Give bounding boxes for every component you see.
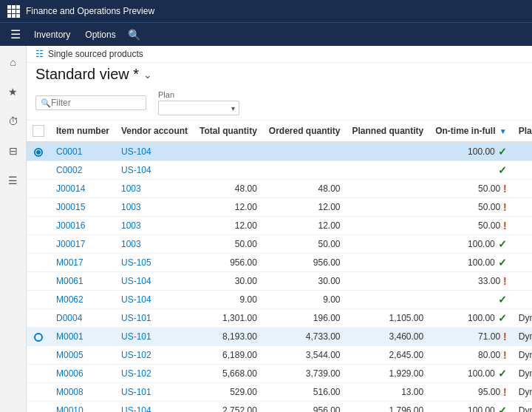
cell-plan: DynPlan [513, 328, 532, 346]
cell-item-number[interactable]: C0001 [50, 142, 115, 161]
cell-ordered-quantity: 12.00 [263, 217, 347, 235]
sidebar-clock-icon[interactable]: ⏱ [3, 111, 24, 132]
radio-cell[interactable] [27, 383, 50, 402]
radio-cell[interactable] [27, 217, 50, 235]
menu-inventory[interactable]: Inventory [28, 27, 76, 43]
radio-cell[interactable] [27, 142, 50, 161]
cell-vendor-account[interactable]: US-104 [115, 272, 194, 291]
th-planned-quantity[interactable]: Planned quantity [347, 121, 430, 142]
th-plan[interactable]: Plan [513, 121, 532, 142]
filter-input-wrap[interactable]: 🔍 [35, 95, 146, 110]
th-vendor-account[interactable]: Vendor account [115, 121, 194, 142]
th-total-quantity[interactable]: Total quantity [194, 121, 263, 142]
radio-cell[interactable] [27, 402, 50, 413]
table-container[interactable]: Item number Vendor account Total quantit… [27, 121, 532, 412]
cell-vendor-account[interactable]: US-104 [115, 161, 194, 180]
cell-item-number[interactable]: M0005 [50, 346, 115, 365]
cell-item-number[interactable]: M0001 [50, 328, 115, 346]
cell-item-number[interactable]: J00014 [50, 180, 115, 198]
table-row[interactable]: J00014100348.0048.0050.00! [27, 180, 532, 198]
table-row[interactable]: C0002US-104✓ [27, 161, 532, 180]
radio-cell[interactable] [27, 309, 50, 328]
cell-item-number[interactable]: J00015 [50, 198, 115, 217]
radio-cell[interactable] [27, 180, 50, 198]
cell-ordered-quantity: 956.00 [263, 254, 347, 272]
cell-plan [513, 180, 532, 198]
plan-select[interactable] [158, 101, 239, 115]
table-row[interactable]: M0001US-1018,193.004,733.003,460.0071.00… [27, 328, 532, 346]
warn-icon: ! [503, 220, 507, 232]
cell-planned-quantity [347, 272, 430, 291]
radio-cell[interactable] [27, 272, 50, 291]
radio-cell[interactable] [27, 328, 50, 346]
cell-vendor-account[interactable]: US-101 [115, 383, 194, 402]
radio-cell[interactable] [27, 291, 50, 309]
cell-vendor-account[interactable]: 1003 [115, 217, 194, 235]
cell-item-number[interactable]: M0061 [50, 272, 115, 291]
menu-options[interactable]: Options [79, 27, 121, 43]
table-row[interactable]: J00017100350.0050.00100.00✓ [27, 235, 532, 254]
cell-total-quantity: 8,193.00 [194, 328, 263, 346]
radio-button[interactable] [34, 333, 43, 342]
radio-button[interactable] [34, 148, 43, 157]
cell-vendor-account[interactable]: US-101 [115, 309, 194, 328]
cell-on-time: 71.00! [429, 328, 513, 345]
check-icon: ✓ [498, 405, 507, 412]
cell-item-number[interactable]: M0017 [50, 254, 115, 272]
radio-cell[interactable] [27, 346, 50, 365]
cell-item-number[interactable]: C0002 [50, 161, 115, 180]
table-row[interactable]: M0005US-1026,189.003,544.002,645.0080.00… [27, 346, 532, 365]
cell-vendor-account[interactable]: US-102 [115, 365, 194, 383]
hamburger-icon[interactable]: ☰ [6, 27, 25, 41]
sidebar-list-icon[interactable]: ☰ [3, 170, 24, 191]
filter-input[interactable] [51, 98, 140, 108]
search-icon[interactable]: 🔍 [125, 26, 143, 44]
cell-vendor-account[interactable]: US-105 [115, 254, 194, 272]
cell-vendor-account[interactable]: US-101 [115, 328, 194, 346]
th-ordered-quantity[interactable]: Ordered quantity [263, 121, 347, 142]
table-row[interactable]: M0061US-10430.0030.0033.00! [27, 272, 532, 291]
cell-vendor-account[interactable]: 1003 [115, 180, 194, 198]
sidebar-home-icon[interactable]: ⌂ [3, 52, 24, 72]
table-row[interactable]: J00016100312.0012.0050.00! [27, 217, 532, 235]
radio-cell[interactable] [27, 235, 50, 254]
cell-item-number[interactable]: D0004 [50, 309, 115, 328]
cell-item-number[interactable]: J00016 [50, 217, 115, 235]
cell-vendor-account[interactable]: US-104 [115, 402, 194, 413]
cell-vendor-account[interactable]: 1003 [115, 198, 194, 217]
sidebar-star-icon[interactable]: ★ [3, 81, 24, 102]
table-row[interactable]: M0062US-1049.009.00✓ [27, 291, 532, 309]
cell-vendor-account[interactable]: US-104 [115, 142, 194, 161]
cell-vendor-account[interactable]: US-102 [115, 346, 194, 365]
cell-item-number[interactable]: M0010 [50, 402, 115, 413]
table-body: C0001US-104100.00✓C0002US-104✓J000141003… [27, 142, 532, 412]
cell-vendor-account[interactable]: 1003 [115, 235, 194, 254]
radio-cell[interactable] [27, 198, 50, 217]
cell-plan: DynPlan [513, 365, 532, 383]
data-table: Item number Vendor account Total quantit… [27, 121, 532, 412]
th-on-time-in-full[interactable]: On-time in-full ▼ [429, 121, 513, 142]
table-row[interactable]: M0006US-1025,668.003,739.001,929.00100.0… [27, 365, 532, 383]
radio-cell[interactable] [27, 254, 50, 272]
radio-cell[interactable] [27, 365, 50, 383]
cell-item-number[interactable]: J00017 [50, 235, 115, 254]
header-checkbox[interactable] [33, 125, 44, 137]
cell-item-number[interactable]: M0006 [50, 365, 115, 383]
radio-cell[interactable] [27, 161, 50, 180]
table-row[interactable]: D0004US-1011,301.00196.001,105.00100.00✓… [27, 309, 532, 328]
cell-on-time: 33.00! [429, 272, 513, 290]
cell-vendor-account[interactable]: US-104 [115, 291, 194, 309]
table-row[interactable]: M0008US-101529.00516.0013.0095.00!DynPla… [27, 383, 532, 402]
sidebar-grid-icon[interactable]: ⊟ [3, 141, 24, 161]
table-row[interactable]: J00015100312.0012.0050.00! [27, 198, 532, 217]
cell-plan [513, 161, 532, 180]
plan-select-wrap[interactable] [158, 101, 239, 115]
table-row[interactable]: C0001US-104100.00✓ [27, 142, 532, 161]
cell-item-number[interactable]: M0062 [50, 291, 115, 309]
cell-total-quantity: 12.00 [194, 198, 263, 217]
th-item-number[interactable]: Item number [50, 121, 115, 142]
table-row[interactable]: M0017US-105956.00956.00100.00✓ [27, 254, 532, 272]
cell-item-number[interactable]: M0008 [50, 383, 115, 402]
title-chevron-icon[interactable]: ⌄ [143, 69, 152, 81]
table-row[interactable]: M0010US-1042,752.00956.001,796.00100.00✓… [27, 402, 532, 413]
